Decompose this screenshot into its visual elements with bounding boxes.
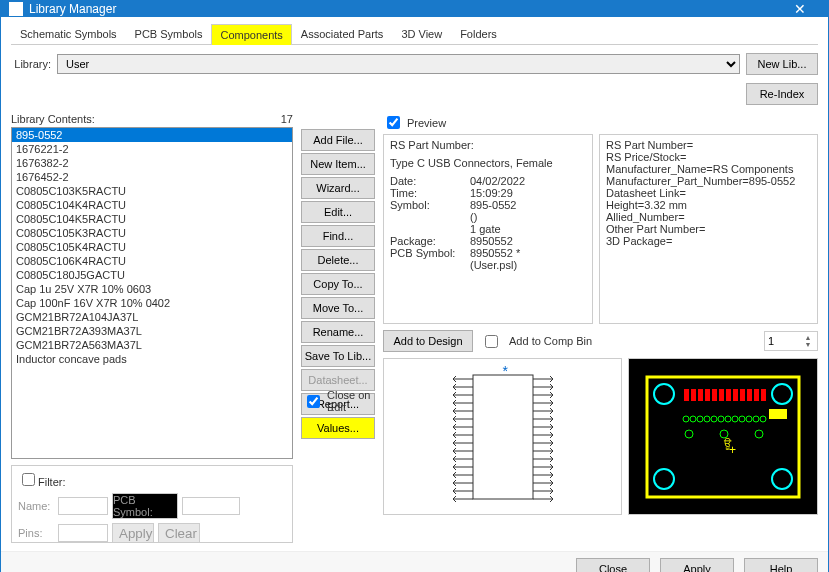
quantity-stepper[interactable]: ▲▼ xyxy=(764,331,818,351)
filter-clear-button[interactable]: Clear xyxy=(158,523,200,543)
moveto-button[interactable]: Move To... xyxy=(301,297,375,319)
list-item[interactable]: GCM21BR72A104JA37L xyxy=(12,310,292,324)
new-lib-button[interactable]: New Lib... xyxy=(746,53,818,75)
filter-pcb-input[interactable] xyxy=(182,497,240,515)
svg-point-52 xyxy=(697,416,703,422)
close-icon[interactable]: ✕ xyxy=(780,1,820,17)
filter-name-input[interactable] xyxy=(58,497,108,515)
filter-apply-button[interactable]: Apply xyxy=(112,523,154,543)
tab-components[interactable]: Components xyxy=(211,24,291,45)
add-to-design-button[interactable]: Add to Design xyxy=(383,330,473,352)
symbol-preview: * xyxy=(383,358,622,515)
svg-point-64 xyxy=(755,430,763,438)
attrs-panel: RS Part Number=RS Price/Stock=Manufactur… xyxy=(599,134,818,324)
filter-checkbox[interactable] xyxy=(22,473,35,486)
contents-label: Library Contents: xyxy=(11,113,95,125)
svg-rect-43 xyxy=(719,389,724,401)
list-item[interactable]: C0805C103K5RACTU xyxy=(12,184,292,198)
svg-rect-41 xyxy=(705,389,710,401)
close-button[interactable]: Close xyxy=(576,558,650,572)
filter-pins-input[interactable] xyxy=(58,524,108,542)
list-item[interactable]: 1676452-2 xyxy=(12,170,292,184)
library-select[interactable]: User xyxy=(57,54,740,74)
values-button[interactable]: Values... xyxy=(301,417,375,439)
svg-rect-39 xyxy=(691,389,696,401)
tab-bar: Schematic SymbolsPCB SymbolsComponentsAs… xyxy=(11,23,818,45)
list-item[interactable]: C0805C180J5GACTU xyxy=(12,268,292,282)
list-item[interactable]: Cap 100nF 16V X7R 10% 0402 xyxy=(12,296,292,310)
svg-rect-40 xyxy=(698,389,703,401)
list-item[interactable]: C0805C104K5RACTU xyxy=(12,212,292,226)
svg-rect-65 xyxy=(769,409,787,419)
svg-point-35 xyxy=(772,384,792,404)
svg-point-61 xyxy=(760,416,766,422)
addfile-button[interactable]: Add File... xyxy=(301,129,375,151)
svg-rect-0 xyxy=(473,375,533,499)
svg-point-54 xyxy=(711,416,717,422)
list-item[interactable]: 1676382-2 xyxy=(12,156,292,170)
list-item[interactable]: GCM21BR72A393MA37L xyxy=(12,324,292,338)
svg-point-36 xyxy=(654,469,674,489)
preview-checkbox[interactable] xyxy=(387,116,400,129)
list-item[interactable]: 895-0552 xyxy=(12,128,292,142)
svg-point-59 xyxy=(746,416,752,422)
svg-point-53 xyxy=(704,416,710,422)
svg-point-55 xyxy=(718,416,724,422)
tab-folders[interactable]: Folders xyxy=(451,23,506,44)
delete-button[interactable]: Delete... xyxy=(301,249,375,271)
svg-rect-44 xyxy=(726,389,731,401)
help-button[interactable]: Help xyxy=(744,558,818,572)
list-item[interactable]: C0805C105K4RACTU xyxy=(12,240,292,254)
list-item[interactable]: C0805C105K3RACTU xyxy=(12,226,292,240)
contents-count: 17 xyxy=(281,113,293,125)
edit-button[interactable]: Edit... xyxy=(301,201,375,223)
list-item[interactable]: Inductor concave pads xyxy=(12,352,292,366)
svg-rect-42 xyxy=(712,389,717,401)
pcb-preview: ਊ + xyxy=(628,358,818,515)
svg-point-37 xyxy=(772,469,792,489)
svg-point-63 xyxy=(720,430,728,438)
contents-list[interactable]: 895-05521676221-21676382-21676452-2C0805… xyxy=(11,127,293,459)
svg-point-51 xyxy=(690,416,696,422)
svg-text:+: + xyxy=(729,443,736,457)
svg-rect-45 xyxy=(733,389,738,401)
svg-point-62 xyxy=(685,430,693,438)
list-item[interactable]: C0805C104K4RACTU xyxy=(12,198,292,212)
find-button[interactable]: Find... xyxy=(301,225,375,247)
apply-button[interactable]: Apply xyxy=(660,558,734,572)
svg-rect-48 xyxy=(754,389,759,401)
filter-group: Filter: Name: PCB Symbol: Pins: Apply Cl… xyxy=(11,465,293,543)
titlebar: Library Manager ✕ xyxy=(1,1,828,17)
rename-button[interactable]: Rename... xyxy=(301,321,375,343)
tab-schematic-symbols[interactable]: Schematic Symbols xyxy=(11,23,126,44)
reindex-button[interactable]: Re-Index xyxy=(746,83,818,105)
list-item[interactable]: GCM21BR72A563MA37L xyxy=(12,338,292,352)
svg-rect-47 xyxy=(747,389,752,401)
wizard-button[interactable]: Wizard... xyxy=(301,177,375,199)
datasheet-button[interactable]: Datasheet... xyxy=(301,369,375,391)
newitem-button[interactable]: New Item... xyxy=(301,153,375,175)
svg-rect-38 xyxy=(684,389,689,401)
info-panel: RS Part Number: Type C USB Connectors, F… xyxy=(383,134,593,324)
close-on-edit-checkbox[interactable] xyxy=(307,395,320,408)
svg-point-60 xyxy=(753,416,759,422)
svg-point-56 xyxy=(725,416,731,422)
svg-rect-46 xyxy=(740,389,745,401)
svg-point-50 xyxy=(683,416,689,422)
list-item[interactable]: Cap 1u 25V X7R 10% 0603 xyxy=(12,282,292,296)
svg-point-58 xyxy=(739,416,745,422)
svg-point-57 xyxy=(732,416,738,422)
copyto-button[interactable]: Copy To... xyxy=(301,273,375,295)
list-item[interactable]: 1676221-2 xyxy=(12,142,292,156)
svg-rect-49 xyxy=(761,389,766,401)
library-label: Library: xyxy=(11,58,51,70)
tab-3d-view[interactable]: 3D View xyxy=(392,23,451,44)
list-item[interactable]: C0805C106K4RACTU xyxy=(12,254,292,268)
tab-associated-parts[interactable]: Associated Parts xyxy=(292,23,393,44)
app-icon xyxy=(9,2,23,16)
tab-pcb-symbols[interactable]: PCB Symbols xyxy=(126,23,212,44)
savetolib-button[interactable]: Save To Lib... xyxy=(301,345,375,367)
window-title: Library Manager xyxy=(29,2,780,16)
add-to-bin-checkbox[interactable] xyxy=(485,335,498,348)
svg-point-34 xyxy=(654,384,674,404)
